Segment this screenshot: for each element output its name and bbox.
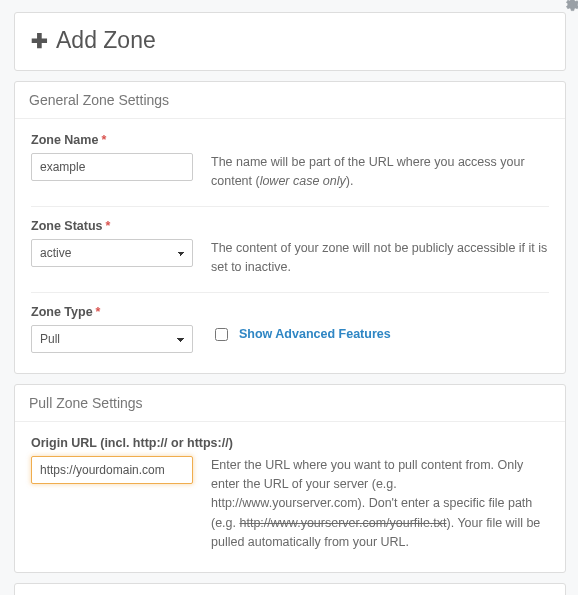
- origin-url-label: Origin URL (incl. http:// or https://): [31, 436, 549, 450]
- pull-section-title: Pull Zone Settings: [15, 385, 565, 422]
- advanced-features-checkbox[interactable]: [215, 328, 228, 341]
- zone-name-input[interactable]: [31, 153, 193, 181]
- required-star: *: [96, 305, 101, 319]
- actions-panel: Save Cancel: [14, 583, 566, 595]
- pull-zone-settings-panel: Pull Zone Settings Origin URL (incl. htt…: [14, 384, 566, 574]
- zone-status-label: Zone Status*: [31, 219, 549, 233]
- zone-name-row: The name will be part of the URL where y…: [31, 153, 549, 192]
- plus-icon: ✚: [31, 31, 48, 51]
- zone-status-select[interactable]: active: [31, 239, 193, 267]
- page-title-panel: ✚ Add Zone: [14, 12, 566, 71]
- settings-gear-icon[interactable]: [562, 0, 578, 14]
- origin-url-input[interactable]: [31, 456, 193, 484]
- required-star: *: [106, 219, 111, 233]
- zone-status-row: active The content of your zone will not…: [31, 239, 549, 278]
- zone-type-row: Pull Show Advanced Features: [31, 325, 549, 353]
- zone-type-select[interactable]: Pull: [31, 325, 193, 353]
- general-zone-settings-panel: General Zone Settings Zone Name* The nam…: [14, 81, 566, 374]
- page-title-text: Add Zone: [56, 27, 156, 54]
- zone-name-label: Zone Name*: [31, 133, 549, 147]
- page-title: ✚ Add Zone: [31, 27, 156, 54]
- origin-url-help: Enter the URL where you want to pull con…: [211, 456, 549, 553]
- advanced-features-link[interactable]: Show Advanced Features: [239, 325, 391, 344]
- zone-name-help: The name will be part of the URL where y…: [211, 153, 549, 192]
- divider: [31, 206, 549, 207]
- origin-url-row: Enter the URL where you want to pull con…: [31, 456, 549, 553]
- zone-status-help: The content of your zone will not be pub…: [211, 239, 549, 278]
- gear-icon: [563, 0, 578, 13]
- general-section-title: General Zone Settings: [15, 82, 565, 119]
- divider: [31, 292, 549, 293]
- required-star: *: [101, 133, 106, 147]
- zone-type-label: Zone Type*: [31, 305, 549, 319]
